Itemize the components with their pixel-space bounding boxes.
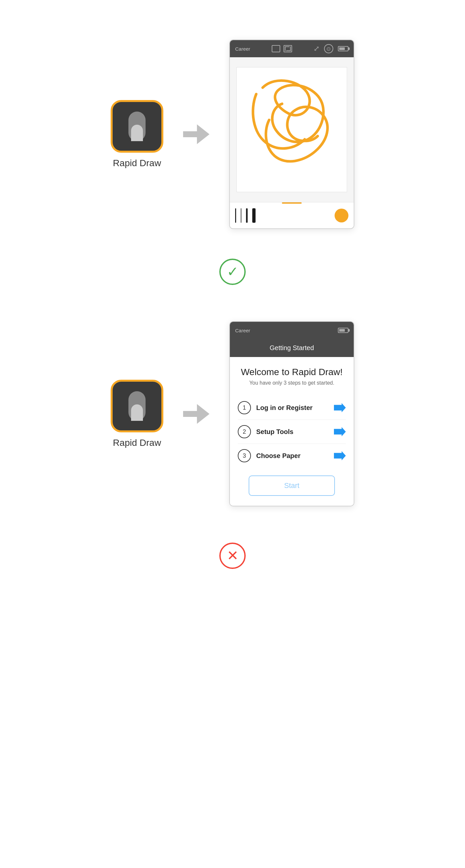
titlebar-title-2: Career bbox=[235, 328, 250, 333]
section-2: Rapid Draw Career Getting Started bbox=[0, 301, 465, 526]
battery-fill-2 bbox=[339, 329, 345, 332]
tool-pen-3[interactable] bbox=[246, 208, 248, 223]
step-number-1: 1 bbox=[238, 401, 251, 414]
toolbar-indicator bbox=[282, 203, 302, 204]
gs-welcome-subtitle: You have only 3 steps to get started. bbox=[238, 380, 346, 386]
check-badge-container: ✓ bbox=[219, 252, 246, 291]
app-icon-group-1: Rapid Draw bbox=[111, 100, 163, 168]
step-number-3: 3 bbox=[238, 449, 251, 462]
gs-step-2[interactable]: 2 Setup Tools bbox=[238, 420, 346, 444]
app-label-1: Rapid Draw bbox=[113, 158, 161, 168]
start-button[interactable]: Start bbox=[249, 475, 335, 496]
tool-pen-4[interactable] bbox=[252, 208, 256, 223]
battery-icon bbox=[338, 46, 348, 51]
device-canvas-1 bbox=[230, 57, 354, 202]
app-icon-group-2: Rapid Draw bbox=[111, 380, 163, 448]
step-label-2: Setup Tools bbox=[256, 428, 334, 436]
color-picker[interactable] bbox=[335, 209, 348, 222]
device-mockup-1: Career ⤢ ⊙ bbox=[229, 39, 354, 229]
device-titlebar-2: Career bbox=[230, 322, 354, 339]
app-icon-2 bbox=[111, 380, 163, 432]
check-mark-icon: ✓ bbox=[227, 265, 238, 279]
step-arrow-1[interactable] bbox=[334, 403, 346, 412]
tool-pen-2[interactable] bbox=[241, 208, 241, 223]
tool-pen-1[interactable] bbox=[235, 208, 236, 223]
gs-screen-title: Getting Started bbox=[270, 344, 314, 351]
app-icon-1 bbox=[111, 100, 163, 153]
arrow-1 bbox=[183, 124, 209, 144]
drawing-svg bbox=[237, 67, 347, 192]
duplicate-icon[interactable] bbox=[272, 45, 280, 52]
step-label-1: Log in or Register bbox=[256, 404, 334, 412]
user-icon[interactable]: ⊙ bbox=[324, 44, 333, 53]
x-badge: ✕ bbox=[219, 542, 246, 569]
step-label-3: Choose Paper bbox=[256, 452, 334, 460]
titlebar-right: ⤢ ⊙ bbox=[314, 44, 348, 53]
x-mark-icon: ✕ bbox=[227, 549, 238, 563]
app-icon-graphic-2 bbox=[128, 391, 146, 421]
arrow-2 bbox=[183, 404, 209, 424]
app-label-2: Rapid Draw bbox=[113, 438, 161, 448]
app-icon-graphic bbox=[128, 112, 146, 141]
gs-step-3[interactable]: 3 Choose Paper bbox=[238, 444, 346, 468]
getting-started-screen: Getting Started Welcome to Rapid Draw! Y… bbox=[230, 339, 354, 506]
expand-icon[interactable]: ⤢ bbox=[314, 44, 319, 53]
x-badge-container: ✕ bbox=[219, 536, 246, 576]
battery-fill bbox=[339, 48, 345, 50]
drawing-area[interactable] bbox=[236, 67, 347, 192]
step-arrow-3[interactable] bbox=[334, 451, 346, 460]
step-arrow-2[interactable] bbox=[334, 427, 346, 436]
gs-step-1[interactable]: 1 Log in or Register bbox=[238, 396, 346, 420]
device-mockup-2: Career Getting Started Welcome to Rapid … bbox=[229, 321, 354, 506]
step-number-2: 2 bbox=[238, 425, 251, 438]
device-titlebar-1: Career ⤢ ⊙ bbox=[230, 40, 354, 57]
crop-icon[interactable] bbox=[284, 45, 292, 52]
device-toolbar-1 bbox=[230, 202, 354, 228]
gs-content: Welcome to Rapid Draw! You have only 3 s… bbox=[230, 357, 354, 506]
section-1: Rapid Draw Career ⤢ ⊙ bbox=[0, 20, 465, 249]
titlebar-title-1: Career bbox=[235, 46, 250, 52]
battery-icon-2 bbox=[338, 328, 348, 333]
titlebar-icons bbox=[272, 45, 292, 52]
check-badge: ✓ bbox=[219, 259, 246, 285]
gs-titlebar: Getting Started bbox=[230, 339, 354, 357]
page-wrapper: Rapid Draw Career ⤢ ⊙ bbox=[0, 0, 465, 605]
titlebar-left: Career bbox=[235, 46, 250, 52]
gs-welcome-title: Welcome to Rapid Draw! bbox=[238, 367, 346, 377]
